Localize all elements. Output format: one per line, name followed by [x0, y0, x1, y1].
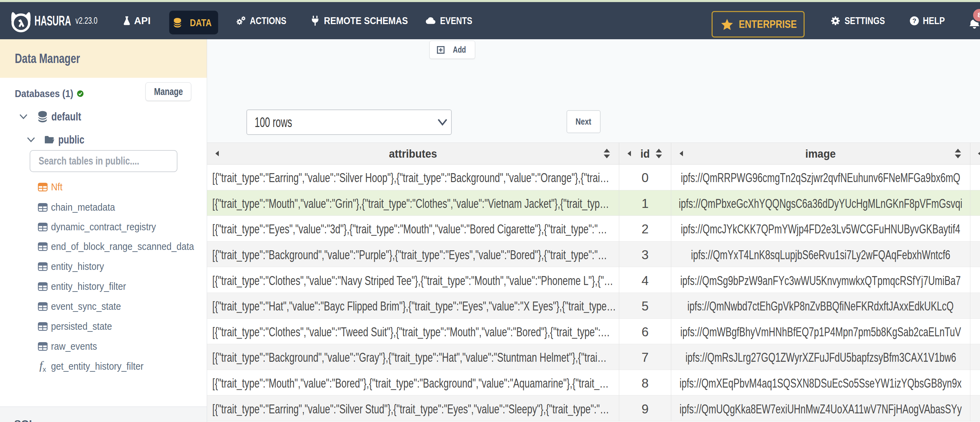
svg-text:?: ?: [912, 17, 916, 24]
